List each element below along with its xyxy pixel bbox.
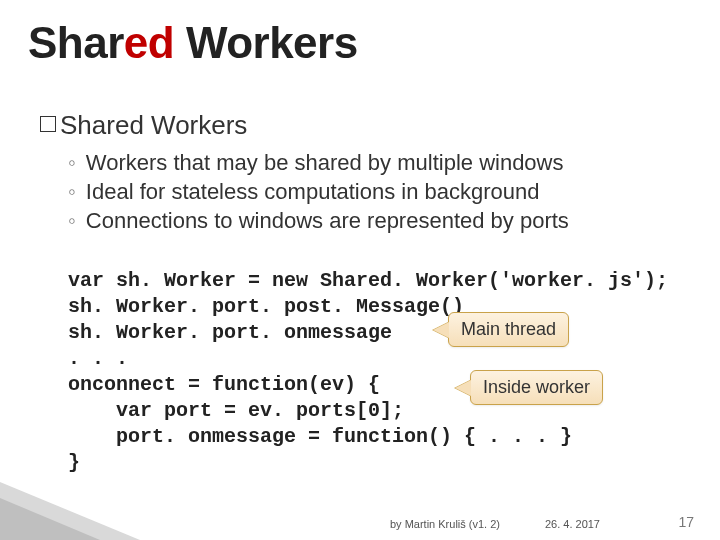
title-accent: ed — [124, 18, 174, 67]
corner-decoration-inner — [0, 498, 100, 540]
footer-page-number: 17 — [678, 514, 694, 530]
slide: Shared Workers Shared Workers Workers th… — [0, 0, 720, 540]
code-line: var port = ev. ports[0]; — [68, 399, 404, 422]
callout-inside-worker: Inside worker — [470, 370, 603, 405]
bullet-item: Connections to windows are represented b… — [68, 206, 569, 235]
code-line: onconnect = function(ev) { — [68, 373, 380, 396]
code-line: sh. Worker. port. post. Message() — [68, 295, 464, 318]
callout-tail-icon — [433, 322, 449, 338]
callout-main-thread: Main thread — [448, 312, 569, 347]
code-line: sh. Worker. port. onmessage — [68, 321, 392, 344]
slide-title: Shared Workers — [28, 18, 358, 68]
title-part1: Shar — [28, 18, 124, 67]
callout-text: Main thread — [461, 319, 556, 339]
section-heading: Shared Workers — [40, 110, 247, 141]
callout-tail-icon — [455, 380, 471, 396]
code-line: . . . — [68, 347, 128, 370]
callout-text: Inside worker — [483, 377, 590, 397]
bullet-item: Ideal for stateless computations in back… — [68, 177, 569, 206]
code-line: } — [68, 451, 80, 474]
code-line: var sh. Worker = new Shared. Worker('wor… — [68, 269, 668, 292]
code-line: port. onmessage = function() { . . . } — [68, 425, 572, 448]
checkbox-icon — [40, 116, 56, 132]
bullet-item: Workers that may be shared by multiple w… — [68, 148, 569, 177]
bullet-list: Workers that may be shared by multiple w… — [68, 148, 569, 235]
footer-credit: by Martin Kruliš (v1. 2) — [390, 518, 500, 530]
title-part2: Workers — [174, 18, 358, 67]
section-text: Shared Workers — [60, 110, 247, 140]
footer-date: 26. 4. 2017 — [545, 518, 600, 530]
